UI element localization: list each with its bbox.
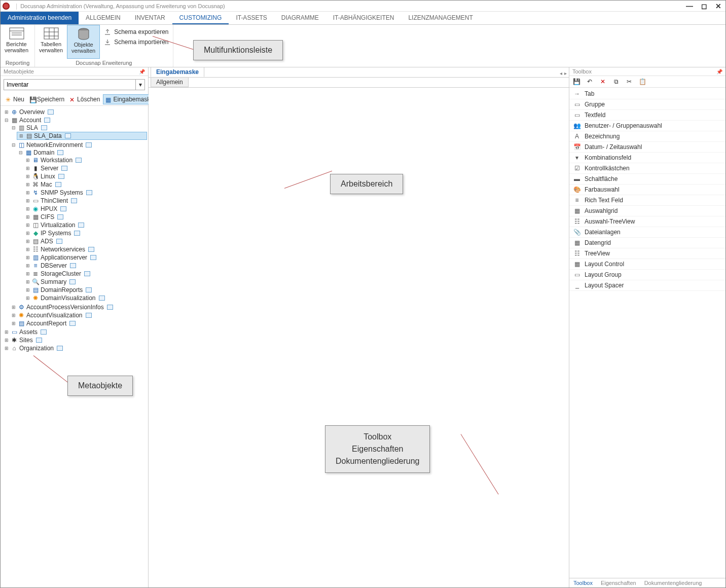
tree-node-accountreport[interactable]: ⊞▤AccountReport bbox=[10, 320, 147, 327]
metaobjects-tree[interactable]: ⊞⊕Overview⊟▦Account⊟▥SLA⊞▤SLA_Data⊟◫Netw… bbox=[1, 106, 148, 587]
paste-icon[interactable]: 📋 bbox=[638, 78, 646, 86]
toolbox-item-layout-control[interactable]: ▦Layout Control bbox=[569, 259, 725, 270]
tree-node-linux[interactable]: ⊞🐧Linux bbox=[24, 173, 147, 180]
expand-icon[interactable]: ⊞ bbox=[4, 109, 9, 115]
tree-node-thinclient[interactable]: ⊞▭ThinClient bbox=[24, 197, 147, 204]
collapse-icon[interactable]: ⊟ bbox=[4, 118, 9, 123]
tab-prev-icon[interactable]: ◂ bbox=[560, 70, 562, 76]
toolbox-item-auswahl-treeview[interactable]: ☷Auswahl-TreeView bbox=[569, 216, 725, 227]
tree-node-domain[interactable]: ⊟▦Domain bbox=[17, 149, 147, 156]
toolbox-item-layout-group[interactable]: ▭Layout Group bbox=[569, 270, 725, 280]
toolbox-item-kontrollk-stchen[interactable]: ☑Kontrollkästchen bbox=[569, 163, 725, 174]
toolbox-item-datengrid[interactable]: ▦Datengrid bbox=[569, 238, 725, 248]
pin-icon[interactable]: 📌 bbox=[716, 69, 722, 75]
expand-icon[interactable]: ⊞ bbox=[11, 321, 16, 326]
tree-node-ip-systems[interactable]: ⊞◆IP Systems bbox=[24, 230, 147, 237]
schema-exportieren-link[interactable]: Schema exportieren bbox=[100, 27, 172, 37]
cut-icon[interactable]: ✂ bbox=[625, 78, 633, 86]
expand-icon[interactable]: ⊞ bbox=[25, 296, 30, 301]
tree-node-hpux[interactable]: ⊞◉HPUX bbox=[24, 205, 147, 212]
toolbox-item-treeview[interactable]: ☷TreeView bbox=[569, 248, 725, 259]
tree-node-sla-data[interactable]: ⊞▤SLA_Data bbox=[17, 132, 147, 140]
expand-icon[interactable]: ⊞ bbox=[25, 214, 30, 220]
close-button[interactable]: ✕ bbox=[713, 2, 723, 10]
toolbox-item-textfeld[interactable]: ▭Textfeld bbox=[569, 110, 725, 121]
tree-node-accountprocessversioninfos[interactable]: ⊞⚙AccountProcessVersionInfos bbox=[10, 304, 147, 311]
right-tab-toolbox[interactable]: Toolbox bbox=[569, 578, 597, 587]
objekte-verwalten-button[interactable]: Objekte verwalten bbox=[67, 25, 100, 59]
tree-node-accountvisualization[interactable]: ⊞✺AccountVisualization bbox=[10, 312, 147, 319]
workspace-canvas[interactable] bbox=[149, 88, 569, 587]
expand-icon[interactable]: ⊞ bbox=[25, 279, 30, 285]
berichte-verwalten-button[interactable]: Berichte verwalten bbox=[1, 25, 32, 59]
tabellen-verwalten-button[interactable]: Tabellen verwalten bbox=[35, 25, 67, 59]
toolbox-item-rich-text-feld[interactable]: ≡Rich Text Feld bbox=[569, 195, 725, 206]
expand-icon[interactable]: ⊞ bbox=[25, 247, 30, 252]
expand-icon[interactable]: ⊞ bbox=[25, 263, 30, 269]
expand-icon[interactable]: ⊞ bbox=[4, 338, 9, 343]
tree-node-ads[interactable]: ⊞▤ADS bbox=[24, 238, 147, 245]
subtab-allgemein[interactable]: Allgemein bbox=[151, 78, 189, 87]
save-icon[interactable]: 💾 bbox=[572, 78, 580, 86]
expand-icon[interactable]: ⊞ bbox=[11, 305, 16, 310]
expand-icon[interactable]: ⊞ bbox=[4, 329, 9, 335]
expand-icon[interactable]: ⊞ bbox=[25, 166, 30, 171]
expand-icon[interactable]: ⊞ bbox=[11, 313, 16, 318]
tree-node-mac[interactable]: ⊞⌘Mac bbox=[24, 181, 147, 188]
tab-eingabemaske[interactable]: Eingabemaske bbox=[151, 67, 204, 77]
expand-icon[interactable]: ⊞ bbox=[25, 223, 30, 228]
expand-icon[interactable]: ⊞ bbox=[25, 287, 30, 293]
neu-button[interactable]: ✳Neu bbox=[4, 95, 26, 104]
menu-inventar[interactable]: INVENTAR bbox=[128, 12, 172, 24]
speichern-button[interactable]: 💾Speichern bbox=[27, 95, 66, 104]
expand-icon[interactable]: ⊞ bbox=[25, 174, 30, 179]
tree-node-applicationserver[interactable]: ⊞▥Applicationserver bbox=[24, 254, 147, 261]
toolbox-item-tab[interactable]: →Tab bbox=[569, 89, 725, 99]
toolbox-item-layout-spacer[interactable]: ⎯Layout Spacer bbox=[569, 280, 725, 291]
undo-icon[interactable]: ↶ bbox=[586, 78, 594, 86]
tree-node-account[interactable]: ⊟▦Account bbox=[3, 117, 147, 124]
expand-icon[interactable]: ⊞ bbox=[25, 190, 30, 196]
category-combo-input[interactable] bbox=[4, 79, 136, 90]
delete-icon[interactable]: ✕ bbox=[599, 78, 607, 86]
toolbox-item-datum-zeitauswahl[interactable]: 📅Datum- / Zeitauswahl bbox=[569, 142, 725, 153]
menu-allgemein[interactable]: ALLGEMEIN bbox=[79, 12, 128, 24]
expand-icon[interactable]: ⊞ bbox=[25, 231, 30, 236]
tree-node-virtualization[interactable]: ⊞◫Virtualization bbox=[24, 222, 147, 229]
tree-node-networkenvironment[interactable]: ⊟◫NetworkEnvironment bbox=[10, 141, 147, 149]
menu-customizing[interactable]: CUSTOMIZING bbox=[172, 12, 229, 24]
tree-node-summary[interactable]: ⊞🔍Summary bbox=[24, 278, 147, 285]
toolbox-item-farbauswahl[interactable]: 🎨Farbauswahl bbox=[569, 185, 725, 195]
tree-node-snmp-systems[interactable]: ⊞↯SNMP Systems bbox=[24, 189, 147, 196]
minimize-button[interactable]: — bbox=[684, 2, 695, 10]
right-tab-eigenschaften[interactable]: Eigenschaften bbox=[597, 578, 640, 587]
menu-lizenzmanagement[interactable]: LIZENZMANAGEMENT bbox=[401, 12, 480, 24]
expand-icon[interactable]: ⊞ bbox=[25, 182, 30, 188]
menu-diagramme[interactable]: DIAGRAMME bbox=[274, 12, 326, 24]
toolbox-item-schaltfl-che[interactable]: ▬Schaltfläche bbox=[569, 174, 725, 185]
expand-icon[interactable]: ⊞ bbox=[4, 346, 9, 351]
maximize-button[interactable]: ◻ bbox=[699, 2, 709, 10]
expand-icon[interactable]: ⊞ bbox=[25, 206, 30, 212]
pin-icon[interactable]: 📌 bbox=[139, 69, 145, 75]
loeschen-button[interactable]: ✕Löschen bbox=[67, 95, 102, 104]
menu-it-assets[interactable]: IT-ASSETS bbox=[229, 12, 274, 24]
tree-node-domainvisualization[interactable]: ⊞✺DomainVisualization bbox=[24, 295, 147, 302]
tree-node-networkservices[interactable]: ⊞☷Networkservices bbox=[24, 246, 147, 253]
tree-node-sites[interactable]: ⊞✱Sites bbox=[3, 337, 147, 344]
expand-icon[interactable]: ⊞ bbox=[25, 255, 30, 261]
toolbox-item-auswahlgrid[interactable]: ▦Auswahlgrid bbox=[569, 206, 725, 216]
tree-node-sla[interactable]: ⊟▥SLA bbox=[10, 124, 147, 131]
tree-node-overview[interactable]: ⊞⊕Overview bbox=[3, 108, 147, 116]
toolbox-item-kombinationsfeld[interactable]: ▾Kombinationsfeld bbox=[569, 153, 725, 163]
tree-node-organization[interactable]: ⊞⌂Organization bbox=[3, 345, 147, 352]
menu-admin-exit[interactable]: Administration beenden bbox=[1, 12, 79, 24]
toolbox-item-dateianlagen[interactable]: 📎Dateianlagen bbox=[569, 227, 725, 238]
collapse-icon[interactable]: ⊟ bbox=[11, 142, 16, 148]
tree-node-dbserver[interactable]: ⊞≡DBServer bbox=[24, 262, 147, 269]
collapse-icon[interactable]: ⊟ bbox=[18, 150, 23, 156]
expand-icon[interactable]: ⊞ bbox=[25, 158, 30, 163]
tree-node-cifs[interactable]: ⊞▦CIFS bbox=[24, 213, 147, 220]
chevron-down-icon[interactable]: ▾ bbox=[136, 79, 145, 90]
tree-node-workstation[interactable]: ⊞🖥Workstation bbox=[24, 157, 147, 164]
